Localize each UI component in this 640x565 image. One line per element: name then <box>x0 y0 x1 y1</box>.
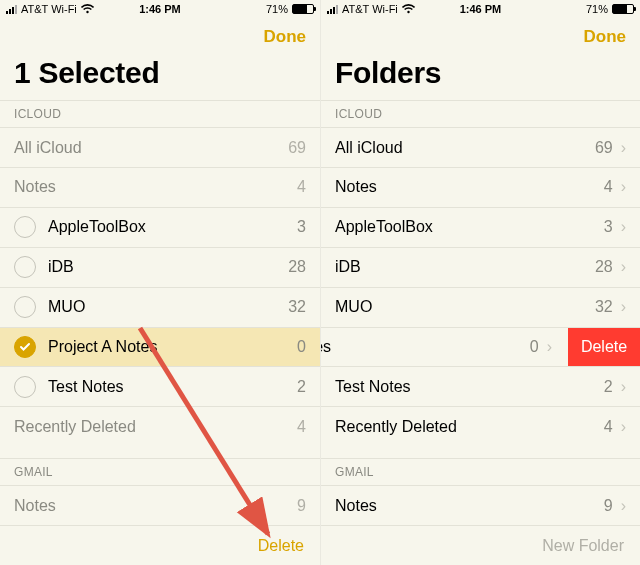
row-notes: Notes 4 <box>0 167 320 207</box>
chevron-right-icon: › <box>621 258 626 276</box>
nav-bar: Done <box>321 18 640 56</box>
delete-button[interactable]: Delete <box>258 537 304 555</box>
done-button[interactable]: Done <box>584 27 627 47</box>
row-notes[interactable]: Notes 4 › <box>321 167 640 207</box>
row-all-icloud: All iCloud 69 <box>0 127 320 167</box>
folder-count: 4 <box>297 178 306 196</box>
folder-label: All iCloud <box>335 139 587 157</box>
status-bar: AT&T Wi-Fi 1:46 PM 71% <box>0 0 320 18</box>
folder-count: 4 <box>297 418 306 436</box>
row-appletoolbox[interactable]: AppleToolBox 3 <box>0 207 320 247</box>
row-gmail-notes: Notes 9 <box>0 485 320 525</box>
folder-label: Recently Deleted <box>14 418 289 436</box>
folder-count: 2 <box>604 378 613 396</box>
folder-label: Test Notes <box>48 378 289 396</box>
folder-label: iDB <box>48 258 280 276</box>
status-bar: AT&T Wi-Fi 1:46 PM 71% <box>321 0 640 18</box>
folder-count: 0 <box>297 338 306 356</box>
battery-icon <box>292 4 314 14</box>
folder-label: All iCloud <box>14 139 280 157</box>
select-circle-icon[interactable] <box>14 376 36 398</box>
select-circle-icon[interactable] <box>14 296 36 318</box>
row-muo[interactable]: MUO 32 › <box>321 287 640 327</box>
row-recently-deleted: Recently Deleted 4 <box>0 406 320 446</box>
folder-label: MUO <box>335 298 587 316</box>
row-idb[interactable]: iDB 28 <box>0 247 320 287</box>
folder-label: Notes <box>14 497 289 515</box>
phone-left: AT&T Wi-Fi 1:46 PM 71% Done 1 Selected I… <box>0 0 320 565</box>
chevron-right-icon: › <box>621 218 626 236</box>
clock: 1:46 PM <box>321 3 640 15</box>
new-folder-button[interactable]: New Folder <box>542 537 624 555</box>
row-gmail-notes[interactable]: Notes 9 › <box>321 485 640 525</box>
section-header-icloud: ICLOUD <box>321 100 640 127</box>
folder-label: Notes <box>14 178 289 196</box>
folder-count: 9 <box>297 497 306 515</box>
chevron-right-icon: › <box>547 338 552 356</box>
folder-count: 69 <box>288 139 306 157</box>
folder-label: Notes <box>335 497 596 515</box>
row-project-a[interactable]: Project A Notes 0 <box>0 327 320 367</box>
chevron-right-icon: › <box>621 418 626 436</box>
folder-count: 28 <box>288 258 306 276</box>
select-circle-checked-icon[interactable] <box>14 336 36 358</box>
select-circle-icon[interactable] <box>14 216 36 238</box>
page-title: Folders <box>321 56 640 100</box>
phone-right: AT&T Wi-Fi 1:46 PM 71% Done Folders ICLO… <box>320 0 640 565</box>
folder-label: iDB <box>335 258 587 276</box>
clock: 1:46 PM <box>0 3 320 15</box>
folder-count: 3 <box>604 218 613 236</box>
section-header-gmail: GMAIL <box>321 458 640 485</box>
folder-label: A Notes <box>320 338 522 356</box>
toolbar: New Folder <box>321 525 640 565</box>
row-all-icloud[interactable]: All iCloud 69 › <box>321 127 640 167</box>
folder-count: 9 <box>604 497 613 515</box>
row-project-a-swiped[interactable]: A Notes 0 › Delete <box>321 327 640 367</box>
folder-label: AppleToolBox <box>335 218 596 236</box>
folder-label: Project A Notes <box>48 338 289 356</box>
toolbar: Delete <box>0 525 320 565</box>
select-circle-icon[interactable] <box>14 256 36 278</box>
folder-count: 4 <box>604 418 613 436</box>
chevron-right-icon: › <box>621 178 626 196</box>
folder-count: 0 <box>530 338 539 356</box>
nav-bar: Done <box>0 18 320 56</box>
folder-label: MUO <box>48 298 280 316</box>
folder-label: Test Notes <box>335 378 596 396</box>
page-title: 1 Selected <box>0 56 320 100</box>
folder-label: Recently Deleted <box>335 418 596 436</box>
folder-count: 3 <box>297 218 306 236</box>
done-button[interactable]: Done <box>264 27 307 47</box>
folder-count: 69 <box>595 139 613 157</box>
chevron-right-icon: › <box>621 298 626 316</box>
chevron-right-icon: › <box>621 497 626 515</box>
folder-count: 28 <box>595 258 613 276</box>
row-test-notes[interactable]: Test Notes 2 <box>0 366 320 406</box>
folder-count: 2 <box>297 378 306 396</box>
folder-label: Notes <box>335 178 596 196</box>
folder-count: 32 <box>595 298 613 316</box>
folder-count: 4 <box>604 178 613 196</box>
row-muo[interactable]: MUO 32 <box>0 287 320 327</box>
chevron-right-icon: › <box>621 139 626 157</box>
row-appletoolbox[interactable]: AppleToolBox 3 › <box>321 207 640 247</box>
folder-label: AppleToolBox <box>48 218 289 236</box>
folder-count: 32 <box>288 298 306 316</box>
row-recently-deleted[interactable]: Recently Deleted 4 › <box>321 406 640 446</box>
battery-icon <box>612 4 634 14</box>
section-header-icloud: ICLOUD <box>0 100 320 127</box>
swipe-delete-button[interactable]: Delete <box>568 328 640 367</box>
row-idb[interactable]: iDB 28 › <box>321 247 640 287</box>
section-header-gmail: GMAIL <box>0 458 320 485</box>
row-test-notes[interactable]: Test Notes 2 › <box>321 366 640 406</box>
chevron-right-icon: › <box>621 378 626 396</box>
